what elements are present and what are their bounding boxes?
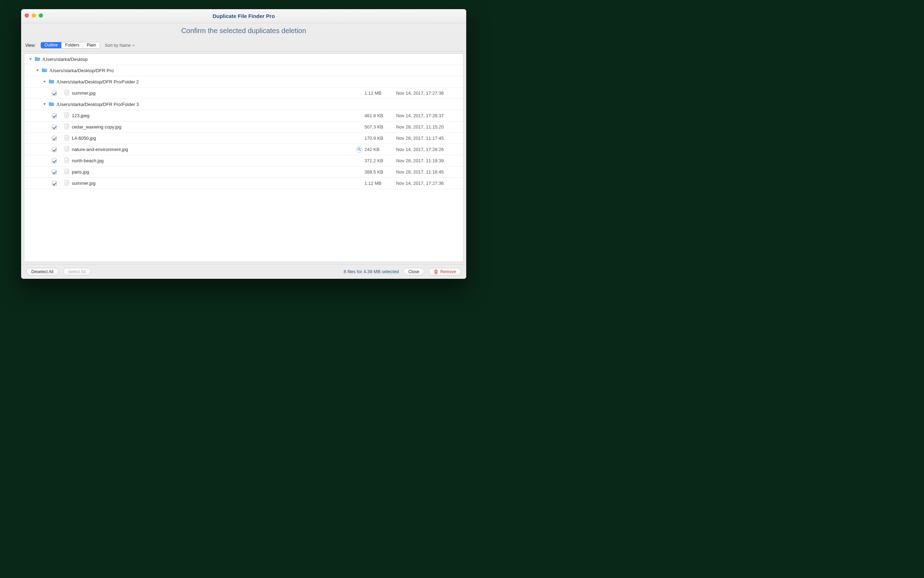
close-button[interactable]: Close (403, 268, 425, 276)
file-date: Nov 28, 2017, 11:17:45 (396, 136, 463, 141)
image-file-icon (65, 135, 69, 141)
svg-rect-8 (65, 128, 67, 128)
select-all-button[interactable]: Select All (63, 268, 91, 276)
image-file-icon (65, 169, 69, 175)
file-date: Nov 28, 2017, 11:15:20 (396, 124, 463, 130)
image-file-icon (65, 157, 69, 164)
svg-rect-5 (65, 117, 67, 117)
file-checkbox[interactable] (52, 147, 57, 152)
image-file-icon (65, 123, 69, 130)
window-title: Duplicate File Finder Pro (213, 13, 275, 19)
footer: Deselect All Select All 8 files for 4.39… (21, 264, 466, 279)
svg-rect-10 (65, 138, 68, 139)
trash-icon (434, 269, 438, 274)
file-row[interactable]: LA 6050.jpg170.9 KBNov 28, 2017, 11:17:4… (24, 133, 463, 144)
zoom-window-icon[interactable] (39, 13, 43, 18)
folder-row[interactable]: /Users/starka/Desktop/DFR Pro/Folder 2 (24, 76, 463, 88)
sort-menu[interactable]: Sort by Name (105, 43, 135, 48)
svg-rect-11 (65, 139, 67, 140)
file-checkbox[interactable] (52, 158, 57, 163)
window-controls (24, 13, 43, 18)
disclosure-triangle-icon[interactable] (36, 69, 39, 73)
folder-icon (34, 57, 40, 62)
svg-rect-20 (65, 172, 68, 172)
subheader: Confirm the selected duplicates deletion… (21, 23, 466, 51)
file-size: 170.9 KB (364, 136, 396, 141)
file-size: 1.12 MB (364, 91, 396, 96)
svg-rect-12 (65, 149, 68, 149)
file-checkbox[interactable] (52, 181, 57, 186)
disclosure-triangle-icon[interactable] (29, 58, 32, 61)
view-segmented-control: Outline Folders Plain (41, 42, 100, 49)
image-file-icon (65, 112, 69, 119)
folder-icon (49, 102, 54, 107)
quicklook-button[interactable] (356, 146, 362, 153)
svg-rect-16 (65, 160, 68, 160)
deselect-all-button[interactable]: Deselect All (26, 268, 59, 276)
file-size: 1.12 MB (364, 180, 396, 186)
minimize-window-icon[interactable] (32, 13, 36, 18)
folder-row[interactable]: /Users/starka/Desktop/DFR Pro (24, 65, 463, 76)
folder-icon (49, 79, 54, 85)
file-date: Nov 14, 2017, 17:27:36 (396, 180, 463, 186)
file-name: nature-and-environment.jpg (72, 147, 128, 152)
page-subtitle: Confirm the selected duplicates deletion (21, 27, 466, 35)
file-row[interactable]: nature-and-environment.jpg242 KBNov 14, … (24, 144, 463, 155)
view-tab-outline[interactable]: Outline (41, 42, 62, 48)
folder-path: /Users/starka/Desktop/DFR Pro/Folder 3 (57, 102, 139, 107)
file-size: 388.5 KB (364, 169, 396, 175)
remove-button[interactable]: Remove (429, 268, 461, 276)
folder-path: /Users/starka/Desktop (42, 57, 88, 62)
file-row[interactable]: paris.jpg388.5 KBNov 28, 2017, 11:18:45 (24, 167, 463, 178)
file-row[interactable]: north-beach.jpg371.2 KBNov 28, 2017, 11:… (24, 155, 463, 167)
file-size: 371.2 KB (364, 158, 396, 163)
file-size: 242 KB (364, 147, 396, 152)
svg-rect-18 (65, 162, 67, 162)
folder-row[interactable]: /Users/starka/Desktop/DFR Pro/Folder 3 (24, 99, 463, 110)
view-tab-plain[interactable]: Plain (83, 42, 100, 48)
file-checkbox[interactable] (52, 136, 57, 141)
disclosure-triangle-icon[interactable] (42, 80, 46, 84)
folder-path: /Users/starka/Desktop/DFR Pro (50, 68, 114, 73)
file-name: north-beach.jpg (72, 158, 104, 163)
file-name: paris.jpg (72, 169, 89, 175)
file-row[interactable]: summer.jpg1.12 MBNov 14, 2017, 17:27:36 (24, 178, 463, 189)
svg-rect-24 (65, 184, 67, 185)
view-tab-folders[interactable]: Folders (62, 42, 83, 48)
file-checkbox[interactable] (52, 114, 57, 118)
file-date: Nov 14, 2017, 17:27:36 (396, 91, 463, 96)
image-file-icon (65, 146, 69, 153)
svg-rect-13 (65, 149, 68, 150)
file-row[interactable]: cedar_waxwing copy.jpg507.3 KBNov 28, 20… (24, 122, 463, 133)
svg-rect-6 (65, 126, 68, 127)
svg-rect-21 (65, 173, 67, 173)
file-name: summer.jpg (72, 91, 96, 96)
disclosure-triangle-icon[interactable] (42, 103, 46, 106)
file-name: cedar_waxwing copy.jpg (72, 124, 122, 130)
svg-rect-14 (65, 150, 67, 151)
file-tree[interactable]: /Users/starka/Desktop/Users/starka/Deskt… (24, 54, 463, 262)
file-name: 123.jpeg (72, 113, 89, 118)
file-name: summer.jpg (72, 180, 96, 186)
file-date: Nov 28, 2017, 11:19:39 (396, 158, 463, 163)
file-date: Nov 14, 2017, 17:28:26 (396, 147, 463, 152)
svg-rect-1 (65, 93, 68, 94)
folder-path: /Users/starka/Desktop/DFR Pro/Folder 2 (57, 79, 139, 84)
svg-rect-7 (65, 127, 68, 127)
file-checkbox[interactable] (52, 91, 57, 96)
sort-label: Sort by Name (105, 43, 131, 48)
svg-rect-4 (65, 116, 68, 116)
file-size: 461.8 KB (364, 113, 396, 118)
image-file-icon (65, 90, 69, 96)
view-label: View: (25, 43, 36, 48)
file-checkbox[interactable] (52, 170, 57, 175)
file-row[interactable]: 123.jpeg461.8 KBNov 14, 2017, 17:26:37 (24, 110, 463, 122)
file-checkbox[interactable] (52, 125, 57, 130)
image-file-icon (65, 180, 69, 187)
file-size: 507.3 KB (364, 124, 396, 130)
close-window-icon[interactable] (24, 13, 29, 18)
file-name: LA 6050.jpg (72, 136, 96, 141)
folder-row[interactable]: /Users/starka/Desktop (24, 54, 463, 65)
file-row[interactable]: summer.jpg1.12 MBNov 14, 2017, 17:27:36 (24, 88, 463, 99)
svg-rect-2 (65, 94, 67, 94)
